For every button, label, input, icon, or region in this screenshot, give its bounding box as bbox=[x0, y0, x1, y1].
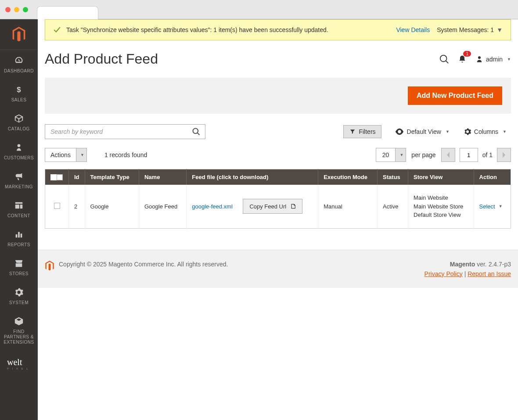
browser-chrome bbox=[0, 0, 518, 19]
records-found-label: 1 records found bbox=[104, 151, 147, 158]
feed-file-link[interactable]: google-feed.xml bbox=[192, 203, 233, 210]
chevron-right-icon bbox=[502, 152, 506, 158]
window-maximize-button[interactable] bbox=[23, 7, 28, 12]
person-icon bbox=[14, 142, 24, 153]
page-size-toggle[interactable]: ▼ bbox=[395, 148, 406, 162]
sidebar-label: CONTENT bbox=[7, 213, 30, 219]
svg-text:$: $ bbox=[17, 86, 21, 94]
sidebar-item-partners[interactable]: FIND PARTNERS & EXTENSIONS bbox=[0, 311, 38, 350]
row-checkbox[interactable] bbox=[54, 203, 60, 209]
header-checkbox[interactable] bbox=[50, 174, 57, 180]
sidebar-item-marketing[interactable]: MARKETING bbox=[0, 166, 38, 195]
sidebar-label: SALES bbox=[11, 97, 27, 103]
search-button[interactable] bbox=[187, 125, 205, 139]
current-page-input[interactable] bbox=[460, 148, 478, 162]
sidebar-item-sales[interactable]: $ SALES bbox=[0, 79, 38, 108]
keyword-search bbox=[45, 124, 205, 139]
sidebar-label: CATALOG bbox=[8, 126, 30, 132]
actions-toggle[interactable]: ▼ bbox=[76, 148, 86, 162]
copy-feed-url-button[interactable]: Copy Feed Url bbox=[243, 199, 302, 214]
window-minimize-button[interactable] bbox=[14, 7, 19, 12]
cell-id: 2 bbox=[69, 185, 85, 228]
copyright-text: Copyright © 2025 Magento Commerce Inc. A… bbox=[59, 261, 424, 268]
col-status[interactable]: Status bbox=[378, 169, 408, 185]
magento-brand-label: Magento bbox=[450, 261, 475, 268]
sidebar-label: STORES bbox=[9, 271, 29, 276]
window-close-button[interactable] bbox=[5, 7, 11, 12]
sidebar-item-catalog[interactable]: CATALOG bbox=[0, 108, 38, 137]
magento-logo-icon bbox=[11, 27, 27, 43]
row-action-select[interactable]: Select ▼ bbox=[479, 203, 503, 210]
system-message-text: Task "Synchronize website specific attri… bbox=[66, 26, 396, 33]
chevron-left-icon bbox=[446, 152, 450, 158]
chevron-down-icon: ▼ bbox=[80, 153, 84, 157]
admin-account-link[interactable]: admin ▼ bbox=[475, 55, 511, 63]
magento-version: ver. 2.4.7-p3 bbox=[475, 261, 511, 268]
filters-button[interactable]: Filters bbox=[343, 125, 381, 138]
gear-icon bbox=[14, 287, 24, 298]
funnel-icon bbox=[349, 129, 356, 135]
page-title: Add Product Feed bbox=[45, 51, 439, 67]
cell-exec-mode: Manual bbox=[318, 185, 378, 228]
magento-logo[interactable] bbox=[0, 19, 38, 50]
welt-sublabel: P I X E L bbox=[7, 367, 31, 370]
prev-page-button[interactable] bbox=[441, 148, 455, 162]
chevron-down-icon[interactable]: ▼ bbox=[496, 26, 503, 33]
columns-button[interactable]: Columns ▼ bbox=[459, 125, 511, 138]
search-icon bbox=[439, 54, 449, 64]
per-page-label: per page bbox=[411, 151, 435, 158]
filters-label: Filters bbox=[359, 128, 375, 135]
search-icon bbox=[192, 127, 201, 136]
sidebar-item-customers[interactable]: CUSTOMERS bbox=[0, 137, 38, 166]
sidebar-label: SYSTEM bbox=[9, 300, 29, 305]
next-page-button[interactable] bbox=[497, 148, 511, 162]
col-name[interactable]: Name bbox=[139, 169, 186, 185]
megaphone-icon bbox=[14, 171, 24, 182]
chevron-down-icon: ▼ bbox=[503, 129, 507, 134]
header-checkbox-toggle[interactable]: ▼ bbox=[57, 174, 63, 180]
default-view-label: Default View bbox=[407, 128, 441, 135]
col-template-type[interactable]: Template Type bbox=[85, 169, 139, 185]
copy-icon bbox=[290, 203, 296, 210]
browser-tab[interactable] bbox=[37, 6, 98, 19]
global-search-button[interactable] bbox=[439, 54, 449, 64]
page-size-value: 20 bbox=[376, 151, 396, 158]
page-size-select[interactable]: 20 ▼ bbox=[376, 148, 406, 162]
add-product-feed-button[interactable]: Add New Product Feed bbox=[408, 86, 502, 105]
box-icon bbox=[14, 113, 24, 124]
view-details-link[interactable]: View Details bbox=[396, 26, 430, 33]
cell-store-view: Main Website Main Website Store Default … bbox=[408, 185, 474, 228]
sidebar-item-reports[interactable]: REPORTS bbox=[0, 224, 38, 253]
system-message-bar: Task "Synchronize website specific attri… bbox=[45, 19, 511, 40]
sidebar-item-content[interactable]: CONTENT bbox=[0, 195, 38, 224]
notifications-button[interactable]: 1 bbox=[458, 54, 467, 64]
chevron-down-icon: ▼ bbox=[499, 204, 503, 208]
sidebar-item-dashboard[interactable]: DASHBOARD bbox=[0, 50, 38, 79]
puzzle-icon bbox=[14, 316, 24, 327]
check-icon bbox=[53, 26, 61, 34]
table-row[interactable]: 2 Google Google Feed google-feed.xml Cop… bbox=[45, 185, 511, 228]
layout-icon bbox=[14, 200, 24, 211]
col-exec-mode[interactable]: Execution Mode bbox=[318, 169, 378, 185]
col-feed-file[interactable]: Feed file (click to download) bbox=[187, 169, 318, 185]
actions-label: Actions bbox=[45, 151, 76, 158]
sidebar-label: DASHBOARD bbox=[4, 68, 34, 74]
welt-logo: welt bbox=[7, 357, 31, 367]
search-input[interactable] bbox=[45, 125, 187, 139]
col-id[interactable]: Id bbox=[69, 169, 85, 185]
report-issue-link[interactable]: Report an Issue bbox=[468, 270, 511, 277]
privacy-policy-link[interactable]: Privacy Policy bbox=[424, 270, 463, 277]
page-footer: Copyright © 2025 Magento Commerce Inc. A… bbox=[38, 250, 518, 288]
sidebar-item-stores[interactable]: STORES bbox=[0, 253, 38, 282]
header-checkbox-group[interactable]: ▼ bbox=[50, 174, 63, 180]
bar-chart-icon bbox=[14, 229, 24, 240]
default-view-button[interactable]: Default View ▼ bbox=[390, 126, 454, 138]
mass-actions-select[interactable]: Actions ▼ bbox=[45, 148, 87, 162]
col-action: Action bbox=[474, 169, 511, 185]
sidebar-item-welt[interactable]: welt P I X E L bbox=[0, 350, 38, 377]
table-header-row: ▼ Id Template Type Name Feed file (click… bbox=[45, 169, 511, 185]
sidebar-item-system[interactable]: SYSTEM bbox=[0, 282, 38, 311]
system-message-count: System Messages: 1 bbox=[437, 26, 494, 33]
sidebar-label: FIND PARTNERS & EXTENSIONS bbox=[2, 329, 36, 345]
col-store-view[interactable]: Store View bbox=[408, 169, 474, 185]
